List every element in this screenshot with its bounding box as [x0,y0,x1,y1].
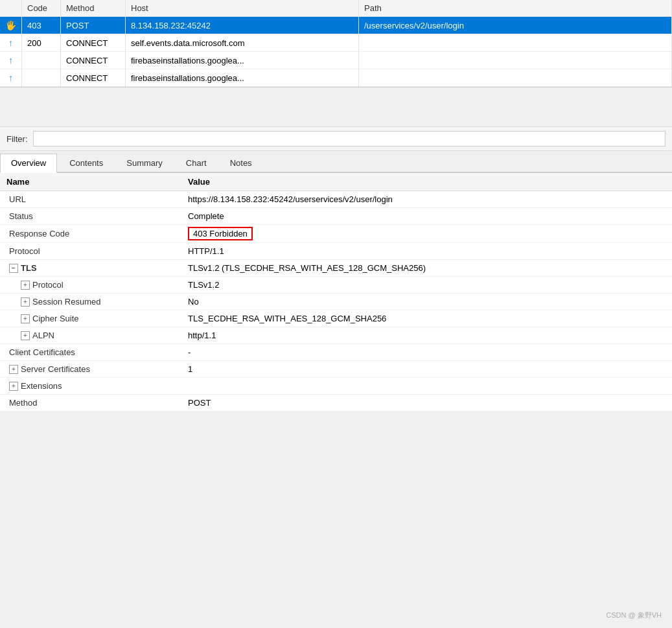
table-row[interactable]: 🖐403POST8.134.158.232:45242/userservices… [0,17,672,34]
expand-btn[interactable]: + [9,382,18,391]
detail-field-value: TLSv1.2 (TLS_ECDHE_RSA_WITH_AES_128_GCM_… [188,263,666,273]
detail-name-text: URL [9,194,26,204]
col-header-icon [0,0,22,17]
detail-field-value: https://8.134.158.232:45242/userservices… [188,194,666,204]
detail-name-text: Extensions [21,381,62,391]
col-header-path: Path [359,0,672,17]
detail-name-text: Server Certificates [21,364,90,374]
collapse-btn[interactable]: − [9,264,18,273]
request-code: 403 [22,17,61,34]
detail-name-col: Name [6,177,188,187]
filter-label: Filter: [6,134,28,144]
filter-input[interactable] [33,131,666,146]
detail-field-name: Protocol [6,246,188,256]
expand-btn[interactable]: + [21,314,30,323]
response-code-box: 403 Forbidden [188,227,253,240]
detail-field-name: +Cipher Suite [6,314,188,324]
detail-row: +Extensions [0,378,672,395]
detail-name-text: Client Certificates [9,347,75,357]
arrow-up-icon: ↑ [0,69,22,87]
request-host: firebaseinstallations.googlea... [126,52,359,69]
request-path [359,52,672,69]
detail-row: StatusComplete [0,208,672,225]
detail-field-value: 1 [188,364,666,374]
expand-btn[interactable]: + [9,365,18,374]
detail-row: MethodPOST [0,395,672,412]
tab-chart[interactable]: Chart [175,154,218,172]
detail-field-name: Status [6,211,188,221]
detail-header: Name Value [0,173,672,191]
detail-name-text: Session Resumed [32,297,101,307]
col-header-host: Host [126,0,359,17]
tab-summary[interactable]: Summary [115,154,174,172]
detail-field-value: POST [188,398,666,408]
request-table: Code Method Host Path 🖐403POST8.134.158.… [0,0,672,87]
detail-row: ProtocolHTTP/1.1 [0,243,672,260]
watermark: CSDN @ 象野VH [606,611,662,620]
request-host: 8.134.158.232:45242 [126,17,359,34]
expand-btn[interactable]: + [21,297,30,307]
detail-field-value: No [188,297,666,307]
detail-field-name: Response Code [6,229,188,238]
arrow-up-icon: ↑ [0,34,22,52]
detail-field-name: +ALPN [6,331,188,341]
detail-name-text: Cipher Suite [32,314,79,323]
detail-name-text: ALPN [32,331,54,340]
detail-field-name: +Extensions [6,381,188,391]
tab-notes[interactable]: Notes [219,154,263,172]
table-row[interactable]: ↑200CONNECTself.events.data.microsoft.co… [0,34,672,52]
hand-icon: 🖐 [0,17,22,34]
detail-field-name: URL [6,194,188,204]
request-code [22,69,61,87]
detail-name-text: Protocol [32,280,64,290]
request-method: CONNECT [61,34,126,52]
request-method: POST [61,17,126,34]
table-row[interactable]: ↑CONNECTfirebaseinstallations.googlea... [0,69,672,87]
arrow-up-icon: ↑ [0,52,22,69]
detail-row: −TLSTLSv1.2 (TLS_ECDHE_RSA_WITH_AES_128_… [0,260,672,277]
request-method: CONNECT [61,69,126,87]
detail-panel: Name Value URLhttps://8.134.158.232:4524… [0,173,672,412]
detail-row: Client Certificates- [0,344,672,361]
detail-field-value: - [188,347,666,357]
detail-value-col: Value [188,177,666,187]
detail-field-value: HTTP/1.1 [188,246,666,256]
tab-overview[interactable]: Overview [0,154,57,173]
detail-field-value: 403 Forbidden [188,227,666,240]
detail-row: +Server Certificates1 [0,361,672,378]
request-path [359,34,672,52]
detail-field-value: http/1.1 [188,331,666,340]
detail-name-text: Status [9,211,33,221]
detail-field-name: +Server Certificates [6,364,188,375]
expand-btn[interactable]: + [21,331,30,340]
detail-field-name: −TLS [6,263,188,273]
detail-name-text: Response Code [9,229,69,238]
detail-name-text: TLS [21,263,37,273]
detail-field-name: Method [6,398,188,408]
detail-field-value: TLS_ECDHE_RSA_WITH_AES_128_GCM_SHA256 [188,314,666,323]
col-header-code: Code [22,0,61,17]
request-path [359,69,672,87]
detail-field-name: Client Certificates [6,347,188,357]
request-host: self.events.data.microsoft.com [126,34,359,52]
filter-bar: Filter: [0,126,672,151]
detail-row: +ALPNhttp/1.1 [0,327,672,344]
tab-bar: OverviewContentsSummaryChartNotes [0,151,672,173]
detail-row: URLhttps://8.134.158.232:45242/userservi… [0,191,672,208]
request-code: 200 [22,34,61,52]
spacer [0,87,672,126]
col-header-method: Method [61,0,126,17]
detail-field-name: +Session Resumed [6,297,188,307]
tab-contents[interactable]: Contents [58,154,114,172]
request-method: CONNECT [61,52,126,69]
detail-name-text: Protocol [9,246,40,256]
request-path: /userservices/v2/user/login [359,17,672,34]
request-code [22,52,61,69]
detail-row: +Session ResumedNo [0,294,672,310]
detail-row: +Cipher SuiteTLS_ECDHE_RSA_WITH_AES_128_… [0,310,672,327]
expand-btn[interactable]: + [21,281,30,290]
table-row[interactable]: ↑CONNECTfirebaseinstallations.googlea... [0,52,672,69]
detail-field-value: Complete [188,211,666,221]
detail-field-value: TLSv1.2 [188,280,666,290]
request-host: firebaseinstallations.googlea... [126,69,359,87]
